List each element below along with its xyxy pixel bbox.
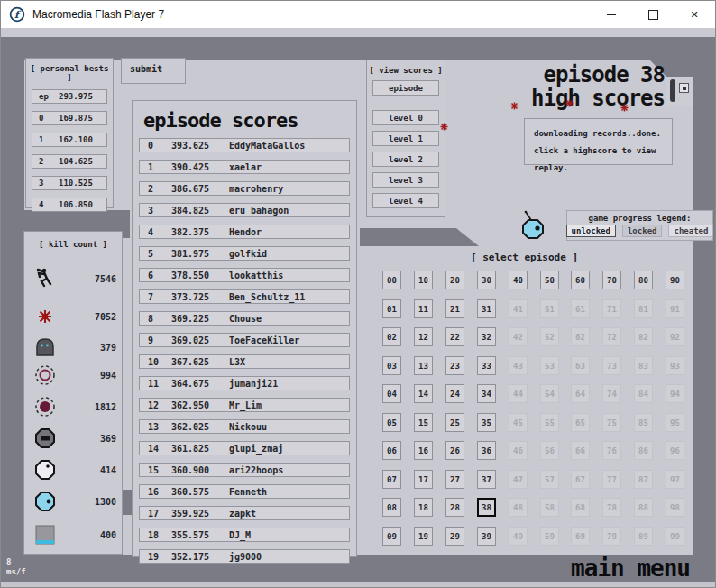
highscore-row[interactable]: 11364.675jumanji21: [139, 376, 350, 390]
close-icon: ✕: [690, 9, 698, 21]
personal-best-key: 3: [32, 179, 59, 188]
episode-cell-20[interactable]: 20: [445, 271, 464, 289]
game-progress-legend: game progress legend: unlockedlockedchea…: [566, 210, 713, 241]
highscore-score: 382.375: [171, 227, 229, 237]
zap-drone-dark-icon: [33, 428, 57, 448]
highscore-row[interactable]: 10367.625L3X: [139, 354, 350, 369]
episode-cell-13[interactable]: 13: [414, 356, 433, 375]
view-scores-level-button[interactable]: level 4: [372, 193, 439, 208]
highscore-row[interactable]: 0393.625EddyMataGallos: [139, 138, 350, 152]
minimize-button[interactable]: [591, 1, 632, 28]
kill-count-row: 400: [33, 522, 116, 547]
episode-cell-80[interactable]: 80: [634, 271, 653, 289]
episode-cell-40[interactable]: 40: [509, 271, 528, 289]
episode-cell-85: 85: [634, 413, 653, 432]
highscore-rank: 9: [140, 335, 171, 345]
highscore-row[interactable]: 4382.375Hendor: [139, 225, 350, 239]
highscore-row[interactable]: 13362.025Nickouu: [139, 419, 350, 434]
view-scores-episode-button[interactable]: episode: [372, 80, 439, 96]
highscore-score: 360.900: [171, 465, 229, 475]
episode-cell-43: 43: [509, 356, 528, 375]
episode-cell-24[interactable]: 24: [445, 384, 464, 403]
episode-cell-01[interactable]: 01: [382, 299, 401, 318]
episode-cell-27[interactable]: 27: [445, 470, 464, 489]
highscore-row[interactable]: 9369.025ToeFaceKiller: [139, 333, 350, 347]
highscore-player-name: jumanji21: [229, 379, 349, 389]
episode-cell-22[interactable]: 22: [445, 327, 464, 346]
episode-cell-50[interactable]: 50: [540, 271, 559, 289]
highscore-rank: 19: [140, 552, 171, 562]
maximize-button[interactable]: [632, 1, 674, 28]
highscore-row[interactable]: 6378.550lookatthis: [139, 268, 350, 282]
episode-cell-19[interactable]: 19: [414, 527, 433, 546]
episode-cell-28[interactable]: 28: [445, 498, 464, 517]
episode-cell-02[interactable]: 02: [382, 327, 401, 346]
submit-button[interactable]: submit: [121, 58, 186, 84]
highscore-row[interactable]: 17359.925zapkt: [139, 506, 350, 520]
highscore-row[interactable]: 2386.675macrohenry: [139, 181, 350, 196]
episode-cell-00[interactable]: 00: [382, 271, 401, 289]
highscore-row[interactable]: 16360.575Fenneth: [139, 484, 350, 499]
view-scores-level-button[interactable]: level 3: [372, 172, 439, 188]
episode-cell-31[interactable]: 31: [477, 299, 496, 318]
view-scores-level-button[interactable]: level 2: [372, 152, 439, 167]
episode-cell-26[interactable]: 26: [445, 441, 464, 460]
episode-cell-39[interactable]: 39: [477, 527, 496, 546]
episode-cell-29[interactable]: 29: [445, 527, 464, 546]
episode-cell-07[interactable]: 07: [382, 470, 401, 489]
highscore-row[interactable]: 8369.225Chouse: [139, 311, 350, 326]
episode-cell-52: 52: [540, 327, 559, 346]
highscore-row[interactable]: 14361.825glupi_zmaj: [139, 441, 350, 455]
personal-best-value: 162.100: [59, 135, 93, 144]
episode-cell-36[interactable]: 36: [477, 441, 496, 460]
episode-cell-70[interactable]: 70: [602, 271, 621, 289]
episode-cell-05[interactable]: 05: [382, 413, 401, 432]
episode-cell-14[interactable]: 14: [414, 384, 433, 403]
highscore-row[interactable]: 15360.900ari22hoops: [139, 463, 350, 477]
episode-cell-06[interactable]: 06: [382, 441, 401, 460]
episode-cell-04[interactable]: 04: [382, 384, 401, 403]
highscore-row[interactable]: 7373.725Ben_Schultz_11: [139, 289, 350, 304]
episode-cell-23[interactable]: 23: [445, 356, 464, 375]
episode-cell-32[interactable]: 32: [477, 327, 496, 346]
highscore-row[interactable]: 1390.425xaelar: [139, 160, 350, 174]
episode-cell-35[interactable]: 35: [477, 413, 496, 432]
door-switch-icon: [679, 83, 689, 93]
episode-cell-46: 46: [509, 441, 528, 460]
episode-cell-93: 93: [666, 356, 684, 375]
highscore-row[interactable]: 19352.175jg9000: [139, 549, 350, 564]
episode-cell-10[interactable]: 10: [414, 271, 433, 289]
episode-cell-16[interactable]: 16: [414, 441, 433, 460]
main-menu-button[interactable]: main menu: [571, 555, 690, 582]
episode-cell-12[interactable]: 12: [414, 327, 433, 346]
episode-cell-25[interactable]: 25: [445, 413, 464, 432]
episode-cell-15[interactable]: 15: [414, 413, 433, 432]
episode-cell-38[interactable]: 38: [477, 498, 496, 517]
episode-cell-18[interactable]: 18: [414, 498, 433, 517]
view-scores-level-button[interactable]: level 0: [372, 110, 439, 125]
episode-cell-30[interactable]: 30: [477, 271, 496, 289]
episode-cell-34[interactable]: 34: [477, 384, 496, 403]
highscore-player-name: eru_bahagon: [229, 206, 349, 216]
highscore-row[interactable]: 18355.575DJ_M: [139, 528, 350, 542]
highscore-row[interactable]: 5381.975golfkid: [139, 246, 350, 261]
episode-cell-60[interactable]: 60: [571, 271, 590, 289]
highscore-player-name: L3X: [229, 357, 349, 367]
close-button[interactable]: ✕: [674, 1, 715, 28]
episode-cell-21[interactable]: 21: [445, 299, 464, 318]
highscore-player-name: macrohenry: [229, 184, 349, 194]
episode-cell-11[interactable]: 11: [414, 299, 433, 318]
episode-cell-83: 83: [634, 356, 653, 375]
episode-cell-33[interactable]: 33: [477, 356, 496, 375]
select-episode-label: [ select episode ]: [450, 252, 599, 263]
episode-cell-03[interactable]: 03: [382, 356, 401, 375]
view-scores-level-button[interactable]: level 1: [372, 131, 439, 146]
episode-cell-90[interactable]: 90: [666, 271, 684, 289]
episode-cell-37[interactable]: 37: [477, 470, 496, 489]
episode-cell-08[interactable]: 08: [382, 498, 401, 517]
episode-cell-09[interactable]: 09: [382, 527, 401, 546]
view-scores-panel: [ view scores ] episodelevel 0level 1lev…: [366, 60, 445, 217]
episode-cell-17[interactable]: 17: [414, 470, 433, 489]
highscore-row[interactable]: 12362.950Mr_Lim: [139, 398, 350, 412]
highscore-row[interactable]: 3384.825eru_bahagon: [139, 203, 350, 217]
